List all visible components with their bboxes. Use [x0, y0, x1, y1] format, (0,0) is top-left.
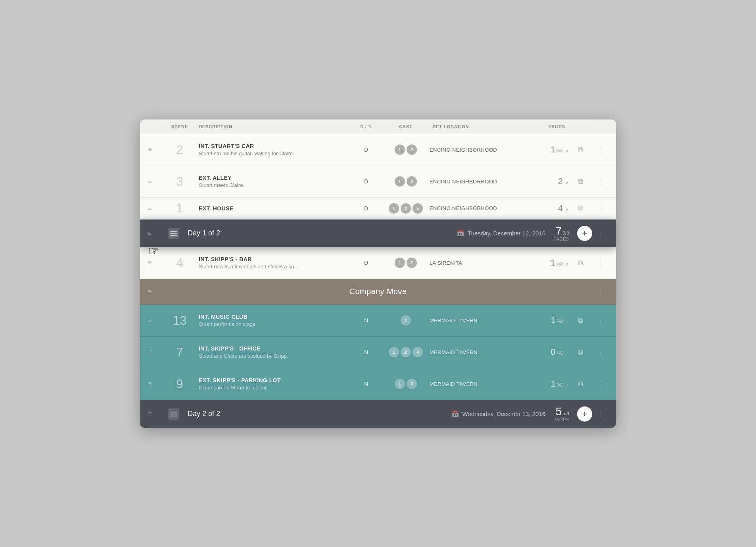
cast-badge: 2 — [401, 203, 411, 214]
boards-icon[interactable]: ⧉ — [568, 146, 592, 154]
day2-label: Day 2 of 2 — [184, 410, 451, 418]
cast-badge: 4 — [413, 347, 423, 357]
pages-cell: 0 4/8 ∨ — [517, 347, 568, 357]
pages-main: 1 — [551, 379, 555, 389]
calendar-icon: 📅 — [451, 410, 459, 418]
scene-row-1: ≡ 1 EXT. HOUSE D 1 2 5 ENCINO NEIGHBORHO… — [140, 198, 616, 220]
cast-cell: 1 2 5 — [382, 203, 430, 214]
more-button[interactable]: ⋮ — [592, 379, 608, 388]
cast-badge: 5 — [413, 203, 423, 214]
scene-row-3: ≡ 3 EXT. ALLEY Stuart meets Claire. D 1 … — [140, 166, 616, 198]
day1-add-button[interactable]: + — [577, 226, 592, 241]
day1-label: Day 1 of 2 — [184, 229, 457, 237]
column-headers: SCENE DESCRIPTION D / N CAST SET LOCATIO… — [140, 119, 616, 134]
more-button[interactable]: ⋮ — [592, 145, 608, 154]
cast-badge: 1 — [395, 176, 405, 187]
boards-icon[interactable]: ⧉ — [568, 348, 592, 356]
drag-handle[interactable]: ≡ — [148, 259, 164, 266]
chevron-down-icon[interactable]: ∨ — [565, 148, 568, 154]
chevron-down-icon[interactable]: ∨ — [565, 262, 568, 267]
day2-list-icon — [164, 408, 184, 420]
schedule-icon — [168, 408, 179, 420]
day1-pages-label: Pages — [553, 237, 569, 241]
cast-badge: 1 — [401, 315, 411, 326]
chevron-down-icon[interactable]: ∨ — [565, 319, 568, 324]
scene-number: 7 — [164, 345, 196, 360]
scene-info: EXT. ALLEY Stuart meets Claire. — [196, 175, 350, 188]
dm-cell: D — [350, 205, 382, 212]
day2-date-area: 📅 Wednesday, Decembr 13, 2016 — [451, 410, 546, 418]
cast-cell: 1 2 4 — [382, 347, 430, 357]
cast-cell: 1 2 — [382, 144, 430, 155]
scene-title: INT. SKIPP'S - BAR — [199, 256, 347, 262]
scene-row-7: ≡ 7 INT. SKIPP'S - OFFICE Stuart and Cla… — [140, 337, 616, 368]
day-drag-handle[interactable]: ≡ — [148, 230, 164, 237]
location-cell: LA SIRENITA — [430, 260, 517, 266]
scene-number: 4 — [164, 256, 196, 270]
scene-number: 9 — [164, 377, 196, 391]
chevron-down-icon[interactable]: ∨ — [565, 383, 568, 388]
more-button[interactable]: ⋮ — [592, 177, 608, 186]
drag-handle[interactable]: ≡ — [148, 380, 164, 387]
boards-icon[interactable]: ⧉ — [568, 380, 592, 388]
drag-handle[interactable]: ≡ — [148, 146, 164, 153]
day2-pages-label: Pages — [553, 417, 569, 422]
drag-handle[interactable]: ≡ — [148, 178, 164, 185]
cast-badge: 2 — [401, 347, 411, 357]
day2-drag-handle[interactable]: ≡ — [148, 410, 164, 418]
location-cell: MERMAID TAVERN — [430, 349, 517, 355]
pages-main: 4 — [558, 203, 563, 214]
day1-pages-main: 7 — [556, 225, 562, 237]
cast-cell: 1 2 — [382, 379, 430, 389]
calendar-icon: 📅 — [457, 229, 464, 237]
day1-more-button[interactable]: ⋮ — [592, 229, 608, 238]
day2-more-button[interactable]: ⋮ — [592, 410, 608, 418]
company-move-more[interactable]: ⋮ — [592, 287, 608, 296]
more-button[interactable]: ⋮ — [592, 348, 608, 356]
day2-pages-area: 5 5/8 Pages — [553, 406, 569, 422]
day2-date: Wednesday, Decembr 13, 2016 — [462, 410, 546, 417]
location-cell: MERMAID TAVERN — [430, 381, 517, 387]
scene-description: Stuart strums his guitar, waiting for Cl… — [199, 150, 347, 156]
scene-title: INT. STUART'S CAR — [199, 143, 347, 149]
pages-cell: 1 7/8 ∨ — [517, 258, 568, 268]
drag-handle[interactable]: ≡ — [148, 317, 164, 324]
scene-number: 1 — [164, 201, 196, 216]
chevron-down-icon[interactable]: ∨ — [565, 207, 568, 212]
day1-pages-area: 7 3/8 Pages — [553, 225, 569, 241]
day1-date-area: 📅 Tuesday, December 12, 2016 — [457, 229, 545, 237]
boards-icon[interactable]: ⧉ — [568, 259, 592, 267]
dm-cell: N — [350, 317, 382, 324]
pages-frac: 4/8 — [556, 351, 563, 356]
pages-header: PAGES — [517, 119, 568, 134]
pages-frac: 3/8 — [556, 382, 563, 388]
chevron-down-icon[interactable]: ∨ — [565, 180, 568, 185]
app-container: SCENE DESCRIPTION D / N CAST SET LOCATIO… — [140, 119, 616, 428]
scene-row-2: ≡ 2 INT. STUART'S CAR Stuart strums his … — [140, 134, 616, 166]
chevron-down-icon[interactable]: ∨ — [565, 351, 568, 356]
dm-cell: N — [350, 381, 382, 387]
day2-pages-frac: 5/8 — [562, 411, 569, 416]
scene-title: EXT. ALLEY — [199, 175, 347, 181]
drag-handle[interactable]: ≡ — [148, 205, 164, 212]
scene-number: 3 — [164, 174, 196, 189]
pages-cell: 1 3/8 ∨ — [517, 144, 568, 155]
location-cell: ENCINO NEIGHBORHOOD — [430, 147, 517, 153]
scene-title: INT. SKIPP'S - OFFICE — [199, 345, 347, 352]
dm-cell: N — [350, 349, 382, 355]
boards-icon[interactable]: ⧉ — [568, 204, 592, 212]
more-button[interactable]: ⋮ — [592, 258, 608, 267]
drag-handle[interactable]: ≡ — [148, 349, 164, 356]
boards-icon[interactable]: ⧉ — [568, 177, 592, 186]
more-button[interactable]: ⋮ — [592, 204, 608, 213]
scene-description: Stuart meets Claire. — [199, 182, 347, 188]
scene-number: 13 — [164, 313, 196, 328]
boards-icon[interactable]: ⧉ — [568, 316, 592, 325]
more-button[interactable]: ⋮ — [592, 316, 608, 325]
day2-header: ≡ Day 2 of 2 📅 Wednesday, Decembr 13, 20… — [140, 400, 616, 428]
company-move-drag[interactable]: ≡ — [148, 288, 164, 295]
day2-add-button[interactable]: + — [577, 406, 592, 422]
scene-info: EXT. HOUSE — [196, 205, 350, 212]
day-list-icon — [164, 228, 184, 239]
scene-title: EXT. SKIPP'S - PARKING LOT — [199, 377, 347, 383]
